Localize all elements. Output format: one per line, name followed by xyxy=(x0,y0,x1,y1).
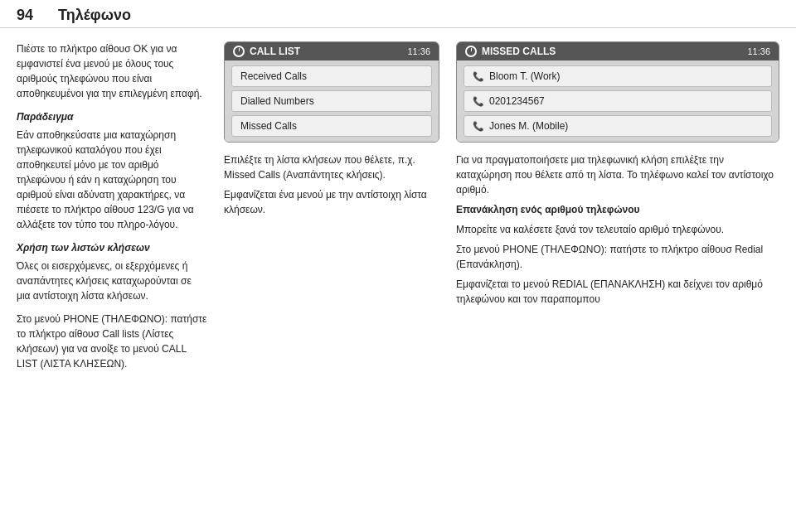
right-desc1: Για να πραγματοποιήσετε μια τηλεφωνική κ… xyxy=(456,152,779,197)
lists-text: Όλες οι εισερχόμενες, οι εξερχόμενες ή α… xyxy=(17,259,207,303)
right-desc: Για να πραγματοποιήσετε μια τηλεφωνική κ… xyxy=(456,152,779,312)
list-item[interactable]: 📞 0201234567 xyxy=(464,90,772,112)
intro-text: Πιέστε το πλήκτρο αίθουσ OK για να εμφαν… xyxy=(17,41,207,101)
clock-icon xyxy=(465,46,477,57)
bloom-work-label: Bloom T. (Work) xyxy=(489,70,561,82)
phone-icon: 📞 xyxy=(473,71,484,82)
middle-desc2: Εμφανίζεται ένα μενού με την αντίστοιχη … xyxy=(224,187,439,217)
dialled-numbers-label: Dialled Numbers xyxy=(240,95,314,107)
page-title: Τηλέφωνο xyxy=(58,7,131,24)
example-text: Εάν αποθηκεύσατε μια καταχώρηση τηλεφωνι… xyxy=(17,128,207,232)
phone-number-label: 0201234567 xyxy=(489,95,545,107)
page-number: 94 xyxy=(17,7,33,24)
page-header: 94 Τηλέφωνο xyxy=(0,0,796,28)
lists-title: Χρήση των λιστών κλήσεων xyxy=(17,240,207,255)
list-item[interactable]: 📞 Bloom T. (Work) xyxy=(464,65,772,87)
list-item[interactable]: Received Calls xyxy=(231,65,432,87)
clock-icon xyxy=(233,46,245,57)
phone-icon: 📞 xyxy=(473,121,484,132)
right-section: MISSED CALLS 11:36 📞 Bloom T. (Work) 📞 0… xyxy=(456,41,779,512)
redial-text: Μπορείτε να καλέσετε ξανά τον τελευταίο … xyxy=(456,222,779,237)
missed-calls-label: Missed Calls xyxy=(240,120,297,132)
jones-mobile-label: Jones M. (Mobile) xyxy=(489,120,568,132)
missed-calls-time: 11:36 xyxy=(747,46,770,56)
middle-desc1: Επιλέξτε τη λίστα κλήσεων που θέλετε, π.… xyxy=(224,152,439,182)
phone-menu-text: Στο μενού PHONE (ΤΗΛΕΦΩΝΟ): πατήστε το π… xyxy=(17,312,207,371)
call-list-label: CALL LIST xyxy=(250,46,300,57)
displays-text: Εμφανίζεται το μενού REDIAL (ΕΠΑΝΑΚΛΗΣΗ)… xyxy=(456,277,779,307)
example-title: Παράδειγμα xyxy=(17,109,207,124)
call-list-body: Received Calls Dialled Numbers Missed Ca… xyxy=(225,60,439,142)
left-column: Πιέστε το πλήκτρο αίθουσ OK για να εμφαν… xyxy=(17,41,207,512)
redial-title: Επανάκληση ενός αριθμού τηλεφώνου xyxy=(456,202,779,217)
missed-calls-body: 📞 Bloom T. (Work) 📞 0201234567 📞 Jones M… xyxy=(457,60,779,142)
call-list-panel-header: CALL LIST 11:36 xyxy=(225,42,439,60)
middle-desc: Επιλέξτε τη λίστα κλήσεων που θέλετε, π.… xyxy=(224,152,439,222)
middle-section: CALL LIST 11:36 Received Calls Dialled N… xyxy=(224,41,439,512)
list-item[interactable]: Dialled Numbers xyxy=(231,90,432,112)
received-calls-label: Received Calls xyxy=(240,70,307,82)
list-item[interactable]: 📞 Jones M. (Mobile) xyxy=(464,115,772,137)
missed-calls-panel: MISSED CALLS 11:36 📞 Bloom T. (Work) 📞 0… xyxy=(456,41,779,143)
call-list-panel: CALL LIST 11:36 Received Calls Dialled N… xyxy=(224,41,439,143)
phone-menu-text2: Στο μενού PHONE (ΤΗΛΕΦΩΝΟ): πατήστε το π… xyxy=(456,242,779,272)
missed-calls-panel-header: MISSED CALLS 11:36 xyxy=(457,42,779,60)
call-list-time: 11:36 xyxy=(407,46,430,56)
list-item[interactable]: Missed Calls xyxy=(231,115,432,137)
missed-calls-header-label: MISSED CALLS xyxy=(482,46,556,57)
page-content: Πιέστε το πλήκτρο αίθουσ OK για να εμφαν… xyxy=(0,28,796,525)
phone-icon: 📞 xyxy=(473,96,484,107)
